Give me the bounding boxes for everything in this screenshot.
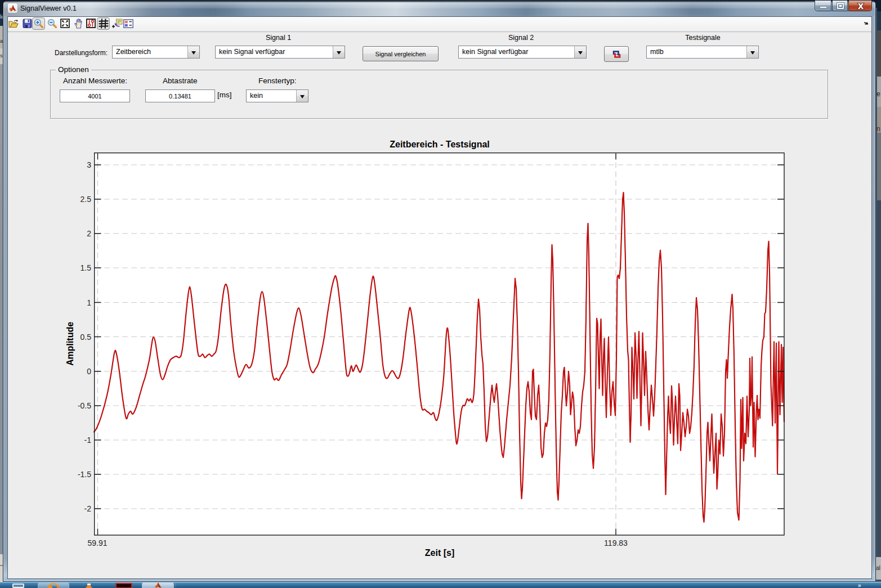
svg-text:-0.5: -0.5 (78, 401, 91, 410)
svg-text:3: 3 (87, 160, 91, 169)
svg-text:0: 0 (87, 367, 91, 376)
svg-text:119.83: 119.83 (604, 538, 628, 547)
svg-text:1.5: 1.5 (81, 263, 92, 272)
svg-text:Zeitbereich - Testsignal: Zeitbereich - Testsignal (390, 140, 490, 149)
svg-text:-2: -2 (84, 504, 92, 513)
svg-text:-1.5: -1.5 (78, 470, 91, 479)
svg-text:Amplitude: Amplitude (65, 322, 75, 366)
svg-text:Zeit [s]: Zeit [s] (425, 548, 454, 558)
svg-text:2: 2 (87, 229, 91, 238)
svg-text:59.91: 59.91 (87, 538, 107, 547)
svg-text:1: 1 (87, 298, 91, 307)
svg-text:0.5: 0.5 (81, 333, 92, 342)
svg-text:-1: -1 (84, 436, 92, 445)
svg-text:2.5: 2.5 (81, 195, 92, 204)
